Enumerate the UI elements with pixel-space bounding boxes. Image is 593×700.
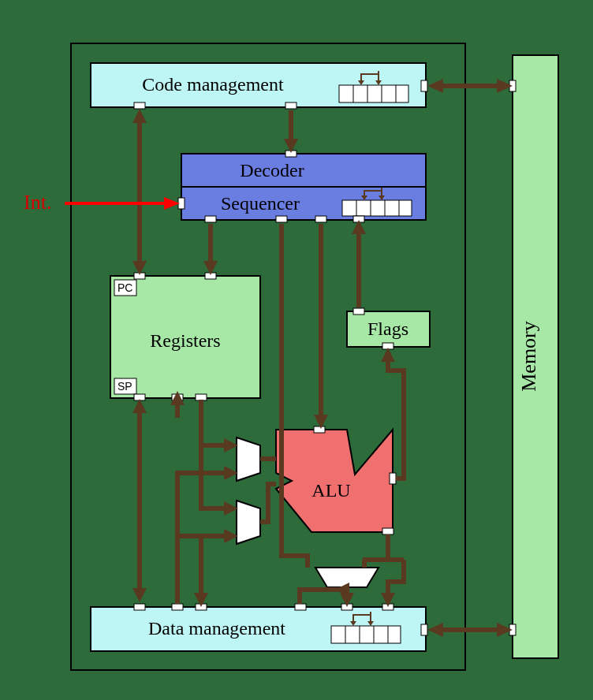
data-management-label: Data management <box>148 618 285 639</box>
cpu-diagram: Memory Code management Decoder Sequencer <box>0 0 593 700</box>
svg-marker-85 <box>132 399 147 413</box>
flags-label: Flags <box>367 318 408 339</box>
registers-label: Registers <box>150 330 220 351</box>
svg-rect-45 <box>134 604 145 610</box>
svg-rect-23 <box>315 216 326 222</box>
pc-label: PC <box>117 281 132 294</box>
svg-rect-12 <box>342 200 412 216</box>
svg-marker-86 <box>132 588 147 602</box>
svg-rect-37 <box>331 626 401 643</box>
svg-rect-35 <box>382 528 393 534</box>
svg-rect-36 <box>390 473 396 484</box>
svg-marker-53 <box>427 79 443 93</box>
interrupt-label: Int. <box>24 191 51 214</box>
svg-marker-70 <box>381 348 395 362</box>
sp-label: SP <box>117 380 132 393</box>
svg-rect-31 <box>196 394 207 400</box>
mux-a <box>237 438 260 481</box>
svg-rect-48 <box>295 604 306 610</box>
mux-b <box>237 501 260 544</box>
code-management-label: Code management <box>142 74 284 95</box>
sequencer-label: Sequencer <box>221 193 300 214</box>
svg-rect-44 <box>421 624 427 635</box>
svg-rect-2 <box>339 85 408 102</box>
svg-rect-11 <box>285 102 296 109</box>
memory-label: Memory <box>517 321 540 392</box>
svg-marker-56 <box>427 623 443 637</box>
decoder-label: Decoder <box>240 160 304 181</box>
alu-label: ALU <box>311 480 350 501</box>
svg-rect-34 <box>314 426 325 433</box>
svg-rect-9 <box>421 80 427 91</box>
svg-marker-65 <box>164 197 180 210</box>
svg-rect-46 <box>172 604 183 610</box>
svg-rect-32 <box>353 308 364 315</box>
svg-rect-21 <box>205 216 216 222</box>
svg-marker-60 <box>132 109 147 123</box>
svg-rect-10 <box>134 102 145 109</box>
svg-rect-22 <box>276 216 287 222</box>
